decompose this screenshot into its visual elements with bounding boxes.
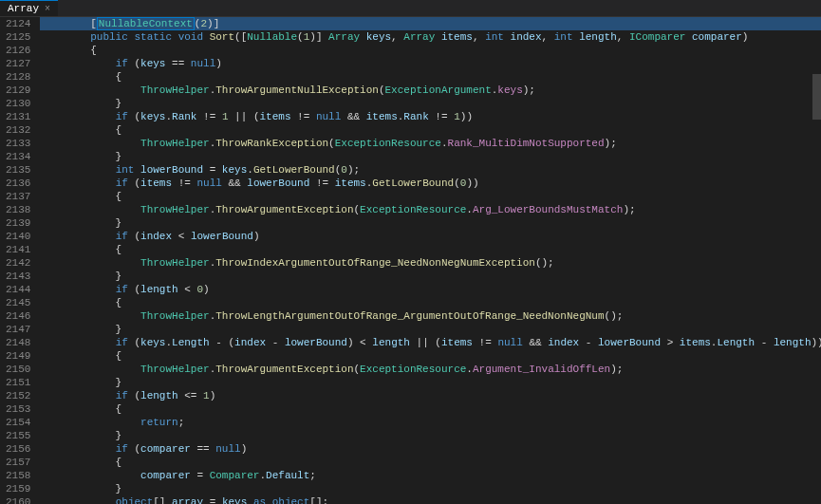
code-line[interactable]: ThrowHelper.ThrowLengthArgumentOutOfRang… [40, 309, 821, 323]
token-paren: ); [610, 364, 623, 375]
code-line[interactable]: ThrowHelper.ThrowArgumentException(Excep… [40, 363, 821, 376]
code-line[interactable]: { [40, 296, 821, 309]
code-line[interactable]: ThrowHelper.ThrowArgumentNullException(E… [40, 84, 821, 97]
line-number: 2153 [6, 402, 30, 416]
line-number: 2145 [6, 296, 30, 309]
token-keyword: public static void [90, 31, 209, 43]
token-type: Array [403, 31, 441, 43]
code-line[interactable]: { [40, 123, 821, 137]
code-line[interactable]: } [40, 216, 821, 230]
code-line[interactable]: } [40, 482, 821, 495]
line-number: 2130 [6, 97, 30, 110]
token-plain [40, 204, 140, 215]
token-op: < [172, 231, 191, 242]
token-op: = [203, 496, 222, 504]
code-line[interactable]: if (length <= 1) [40, 389, 821, 402]
token-paren: ) [253, 231, 260, 242]
code-line[interactable]: } [40, 429, 821, 442]
token-param: keys [366, 31, 391, 43]
token-keyword: int [485, 31, 510, 43]
line-number-gutter: 2124212521262127212821292130213121322133… [0, 17, 40, 504]
code-line[interactable]: if (keys.Rank != 1 || (items != null && … [40, 110, 821, 123]
token-plain [40, 443, 115, 455]
code-line[interactable]: { [40, 402, 821, 416]
token-paren: ( [379, 84, 385, 96]
token-param: keys [222, 496, 247, 504]
tab-array[interactable]: Array × [0, 0, 58, 16]
code-line[interactable]: if (length < 0) [40, 283, 821, 296]
token-keyword: null [316, 111, 341, 122]
line-number: 2127 [6, 57, 30, 70]
scrollbar-thumb[interactable] [812, 74, 821, 120]
token-paren: ([ [234, 31, 247, 43]
token-field: Default [266, 470, 309, 481]
token-plain: { [40, 191, 121, 202]
code-line[interactable]: public static void Sort([Nullable(1)] Ar… [40, 30, 821, 44]
token-param: items [441, 337, 473, 348]
token-type: Array [328, 31, 366, 43]
code-line[interactable]: if (keys.Length - (index - lowerBound) <… [40, 336, 821, 349]
code-line[interactable]: { [40, 243, 821, 256]
code-line[interactable]: { [40, 190, 821, 203]
token-num: 1 [203, 390, 210, 401]
code-line[interactable]: } [40, 97, 821, 110]
token-plain [40, 257, 140, 269]
token-paren: )] [309, 31, 328, 43]
token-num: 0 [341, 164, 347, 176]
code-line[interactable]: { [40, 44, 821, 57]
token-param: comparer [692, 31, 742, 43]
token-param: length [579, 31, 617, 43]
token-keyword: null [497, 337, 522, 348]
code-line[interactable]: if (comparer == null) [40, 442, 821, 456]
token-type: IComparer [629, 31, 692, 43]
line-number: 2157 [6, 456, 30, 469]
code-line[interactable]: } [40, 270, 821, 283]
token-op: = [191, 470, 210, 481]
code-line[interactable]: { [40, 456, 821, 469]
token-plain [40, 284, 115, 295]
code-line[interactable]: ThrowHelper.ThrowArgumentException(Excep… [40, 203, 821, 216]
line-number: 2133 [6, 137, 30, 150]
line-number: 2125 [6, 30, 30, 44]
token-method: ThrowLengthArgumentOutOfRange_ArgumentOu… [215, 310, 604, 322]
line-number: 2147 [6, 323, 30, 336]
code-line[interactable]: } [40, 323, 821, 336]
line-number: 2159 [6, 482, 30, 495]
token-enum: keys [497, 84, 522, 96]
code-line[interactable]: if (keys == null) [40, 57, 821, 70]
token-op: != [429, 111, 454, 122]
token-type: NullableContext [97, 17, 195, 30]
code-line[interactable]: } [40, 150, 821, 163]
code-line[interactable]: } [40, 376, 821, 389]
code-line[interactable]: comparer = Comparer.Default; [40, 469, 821, 482]
code-line[interactable]: return; [40, 416, 821, 429]
token-plain: } [40, 324, 121, 335]
token-op: != [291, 111, 316, 122]
token-plain [40, 111, 115, 122]
token-plain: , [617, 31, 629, 43]
token-plain: ; [178, 417, 185, 428]
token-keyword: if [116, 58, 135, 69]
code-line[interactable]: ThrowHelper.ThrowRankException(Exception… [40, 137, 821, 150]
code-line[interactable]: ThrowHelper.ThrowIndexArgumentOutOfRange… [40, 256, 821, 270]
code-line[interactable]: [NullableContext(2)] [40, 17, 821, 30]
code-line[interactable]: object[] array = keys as object[]; [40, 495, 821, 504]
code-line[interactable]: { [40, 70, 821, 84]
line-number: 2142 [6, 256, 30, 270]
code-content[interactable]: [NullableContext(2)] public static void … [40, 17, 821, 504]
token-paren: )] [207, 18, 219, 29]
token-type: ThrowHelper [140, 138, 210, 149]
token-op: <= [178, 390, 203, 401]
code-line[interactable]: int lowerBound = keys.GetLowerBound(0); [40, 163, 821, 177]
token-plain: } [40, 151, 121, 162]
token-plain [40, 364, 140, 375]
token-param: length [372, 337, 410, 348]
token-keyword: object [272, 496, 310, 504]
code-line[interactable]: { [40, 349, 821, 363]
line-number: 2132 [6, 123, 30, 137]
close-icon[interactable]: × [45, 4, 50, 14]
token-method: GetLowerBound [253, 164, 335, 176]
code-line[interactable]: if (index < lowerBound) [40, 230, 821, 243]
token-param: length [140, 390, 178, 401]
code-line[interactable]: if (items != null && lowerBound != items… [40, 177, 821, 190]
